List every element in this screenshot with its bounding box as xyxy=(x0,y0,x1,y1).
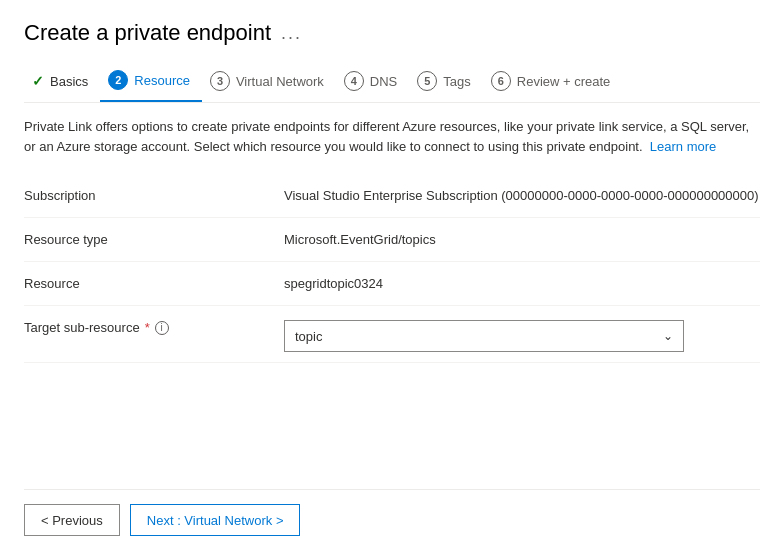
subscription-row: Subscription Visual Studio Enterprise Su… xyxy=(24,174,760,218)
next-button[interactable]: Next : Virtual Network > xyxy=(130,504,301,536)
description: Private Link offers options to create pr… xyxy=(24,117,760,156)
resource-type-label: Resource type xyxy=(24,228,284,247)
target-sub-resource-dropdown[interactable]: topic ⌄ xyxy=(284,320,684,352)
info-icon[interactable]: i xyxy=(155,321,169,335)
step-review-create-label: Review + create xyxy=(517,74,611,89)
description-text: Private Link offers options to create pr… xyxy=(24,119,749,154)
step-tags-circle: 5 xyxy=(417,71,437,91)
resource-label: Resource xyxy=(24,272,284,291)
step-review-create[interactable]: 6 Review + create xyxy=(483,63,623,101)
learn-more-link[interactable]: Learn more xyxy=(650,139,716,154)
step-basics-label: Basics xyxy=(50,74,88,89)
resource-type-row: Resource type Microsoft.EventGrid/topics xyxy=(24,218,760,262)
page-title: Create a private endpoint xyxy=(24,20,271,46)
resource-row: Resource spegridtopic0324 xyxy=(24,262,760,306)
wizard-steps: ✓ Basics 2 Resource 3 Virtual Network 4 … xyxy=(24,62,760,103)
step-tags-label: Tags xyxy=(443,74,470,89)
dropdown-selected-value: topic xyxy=(295,329,322,344)
page-title-dots: ... xyxy=(281,23,302,44)
step-tags[interactable]: 5 Tags xyxy=(409,63,482,101)
step-resource-circle: 2 xyxy=(108,70,128,90)
step-resource-label: Resource xyxy=(134,73,190,88)
step-resource[interactable]: 2 Resource xyxy=(100,62,202,102)
previous-button[interactable]: < Previous xyxy=(24,504,120,536)
step-virtual-network[interactable]: 3 Virtual Network xyxy=(202,63,336,101)
subscription-label: Subscription xyxy=(24,184,284,203)
step-virtual-network-circle: 3 xyxy=(210,71,230,91)
required-indicator: * xyxy=(145,320,150,335)
form-section: Subscription Visual Studio Enterprise Su… xyxy=(24,174,760,489)
resource-type-value: Microsoft.EventGrid/topics xyxy=(284,228,760,247)
target-sub-resource-row: Target sub-resource * i topic ⌄ xyxy=(24,306,760,363)
chevron-down-icon: ⌄ xyxy=(663,329,673,343)
step-check-icon: ✓ xyxy=(32,73,44,89)
step-dns[interactable]: 4 DNS xyxy=(336,63,409,101)
step-review-create-circle: 6 xyxy=(491,71,511,91)
step-dns-label: DNS xyxy=(370,74,397,89)
resource-value: spegridtopic0324 xyxy=(284,272,760,291)
target-sub-resource-label: Target sub-resource * i xyxy=(24,316,284,335)
footer: < Previous Next : Virtual Network > xyxy=(24,489,760,550)
step-virtual-network-label: Virtual Network xyxy=(236,74,324,89)
step-dns-circle: 4 xyxy=(344,71,364,91)
subscription-value: Visual Studio Enterprise Subscription (0… xyxy=(284,184,760,203)
step-basics[interactable]: ✓ Basics xyxy=(24,65,100,99)
target-sub-resource-value: topic ⌄ xyxy=(284,316,760,352)
